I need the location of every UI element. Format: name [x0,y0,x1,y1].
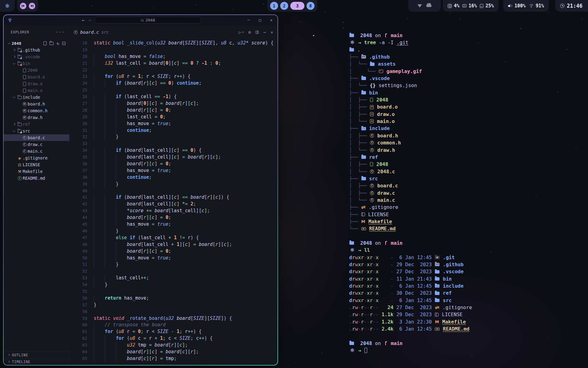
clock-widget[interactable]: 21:46 [555,0,588,12]
code-line-36[interactable]: 36board[r][c] = 0; [70,161,277,167]
code-line-58[interactable]: 58 [70,309,277,315]
collapse-all-button[interactable] [62,42,66,45]
tree-item-bin[interactable]: bin [4,60,69,67]
code-line-30[interactable]: 30has_move = true; [70,121,277,127]
code-line-27[interactable]: 27board[0][c] = board[r][c]; [70,100,277,107]
workspace-1[interactable]: 1 [270,2,278,10]
settings-gear-button[interactable]: ⚙ [248,30,251,35]
code-line-46[interactable]: 46} [70,228,277,235]
code-line-40[interactable]: 40 [70,188,277,194]
tree-item--vscode[interactable]: .vscode [4,53,69,60]
run-button[interactable]: ▷ [239,30,243,35]
code-line-56[interactable]: 56return has_move; [70,295,277,302]
code-line-20[interactable]: 20bool has_move = false; [70,53,277,60]
code-line-44[interactable]: 44board[r][c] = 0; [70,214,277,221]
tree-item-2048[interactable]: 2048↻ [4,40,69,47]
code-line-31[interactable]: 31continue; [70,127,277,134]
terminal[interactable]: 2048 on main❄ → tree -a -I .git .├── .gi… [349,32,585,365]
new-folder-button[interactable] [50,41,54,45]
refresh-button[interactable]: ↻ [57,41,59,45]
code-line-26[interactable]: 26if (last_cell == -1) { [70,94,277,100]
history-forward-button[interactable]: → [88,17,91,23]
code-line-51[interactable]: 51} [70,261,277,268]
code-line-42[interactable]: 42board[last_cell][c] *= 2; [70,201,277,208]
tree-item-board-h[interactable]: Hboard.h [4,101,69,107]
explorer-more-button[interactable]: ··· [56,29,65,35]
code-line-41[interactable]: 41if (board[last_cell][c] == board[r][c]… [70,194,277,201]
code-line-55[interactable]: 55 [70,288,277,295]
split-editor-button[interactable] [255,31,259,34]
launcher-button[interactable]: ❄ [0,0,15,12]
gitignore-icon: ◈ [17,156,23,160]
code-line-54[interactable]: 54} [70,282,277,288]
code-line-32[interactable]: 32} [70,134,277,140]
code-line-24[interactable]: 24if (board[r][c] == 0) continue; [70,80,277,87]
code-line-52[interactable]: 52 [70,268,277,275]
code-line-22[interactable]: 22 [70,67,277,74]
tree-item-ref[interactable]: ref [4,121,69,128]
panel-outline[interactable]: OUTLINE [4,351,69,358]
maximize-button[interactable]: □ [258,18,262,22]
code-line-45[interactable]: 45has_move = true; [70,221,277,228]
code-line-19[interactable]: 19 [70,47,277,53]
code-line-61[interactable]: 61for (u8 r = 0; r < SIZE - 1; r++) { [70,328,277,335]
code-line-25[interactable]: 25 [70,87,277,94]
panel-timeline[interactable]: TIMELINE [4,358,69,365]
minimize-button[interactable]: ─ [246,18,251,22]
tree-item-2048[interactable]: 2048 [4,67,69,74]
tree-item-src[interactable]: src [4,128,69,134]
close-editor-button[interactable]: ✕ [271,30,273,35]
code-line-64[interactable]: 64board[r][c] = board[c][r]; [70,349,277,355]
tree-item-license[interactable]: ⚖LICENSE [4,161,69,168]
code-line-49[interactable]: 49board[r][c] = 0; [70,248,277,255]
code-line-39[interactable]: 39} [70,181,277,188]
tree-item-makefile[interactable]: ⚒Makefile [4,168,69,175]
code-line-37[interactable]: 37has_move = true; [70,167,277,174]
tree-item--gitignore[interactable]: ◈.gitignore [4,155,69,161]
code-line-62[interactable]: 62for (u8 c = r + 1; c < SIZE; c++) { [70,335,277,342]
tree-item-board-o[interactable]: board.o [4,74,69,80]
tree-item-draw-c[interactable]: Cdraw.c [4,141,69,148]
code-line-63[interactable]: 63u32 tmp = board[r][c]; [70,342,277,349]
tree-item-draw-o[interactable]: draw.o [4,80,69,87]
code-line-47[interactable]: 47else if (last_cell + 1 != r) { [70,235,277,241]
tree-item-main-c[interactable]: Cmain.c [4,148,69,155]
tree-item-readme-md[interactable]: iREADME.md [4,175,69,182]
code-line-59[interactable]: 59static void _rotate_board(u32 board[SI… [70,315,277,322]
tree-item-common-h[interactable]: Hcommon.h [4,107,69,114]
workspace-2[interactable]: 2 [280,2,288,10]
history-back-button[interactable]: ← [82,17,85,23]
code-line-57[interactable]: 57} [70,302,277,309]
code-line-28[interactable]: 28board[r][c] = 0; [70,107,277,114]
more-actions-button[interactable]: ⋯ [263,30,266,35]
tree-item-include[interactable]: include [4,94,69,101]
tree-item-main-o[interactable]: main.o [4,87,69,94]
tab-board-c[interactable]: C board.c src [74,30,109,35]
code-area[interactable]: 18static bool _slide_col(u32 board[SIZE]… [70,39,277,365]
tree-item-board-c[interactable]: Cboard.c [4,134,69,141]
code-line-21[interactable]: 21i32 last_cell = board[0][c] == 0 ? -1 … [70,60,277,67]
tree-item-draw-h[interactable]: Hdraw.h [4,114,69,121]
code-line-38[interactable]: 38continue; [70,174,277,181]
media-previous-button[interactable] [20,3,26,9]
code-line-34[interactable]: 34if (board[last_cell][c] == 0) { [70,147,277,154]
code-line-29[interactable]: 29last_cell = 0; [70,114,277,121]
new-file-button[interactable] [43,41,47,45]
code-line-23[interactable]: 23for (u8 r = 1; r < SIZE; r++) { [70,73,277,80]
close-button[interactable]: ✕ [269,18,274,22]
code-line-33[interactable]: 33 [70,140,277,147]
command-search-box[interactable]: 2048 [95,17,201,24]
code-line-50[interactable]: 50has_move = true; [70,255,277,262]
code-line-65[interactable]: 65board[c][r] = tmp; [70,355,277,362]
code-line-43[interactable]: 43*score += board[last_cell][c]; [70,208,277,214]
code-line-48[interactable]: 48board[last_cell + 1][c] = board[r][c]; [70,241,277,248]
workspace-3-active[interactable]: 3 [290,2,304,10]
tree-item--github[interactable]: .github [4,47,69,53]
workspace-8[interactable]: 8 [307,2,315,10]
code-line-60[interactable]: 60// transpose the board [70,322,277,328]
title-bar[interactable]: ♆ ← → 2048 ─ □ ✕ [4,15,277,25]
media-next-button[interactable] [29,3,35,9]
code-line-18[interactable]: 18static bool _slide_col(u32 board[SIZE]… [70,40,277,47]
code-line-35[interactable]: 35board[last_cell][c] = board[r][c]; [70,154,277,161]
code-line-53[interactable]: 53last_cell++; [70,275,277,282]
